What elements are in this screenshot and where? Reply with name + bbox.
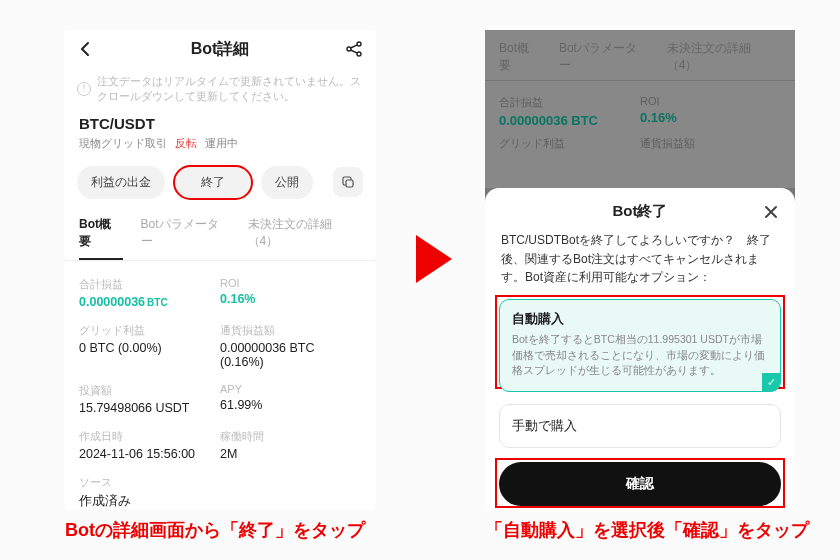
- pair-section: BTC/USDT 現物グリッド取引 反転 運用中: [65, 111, 375, 151]
- stat-label: ソース: [79, 475, 220, 490]
- option-manual-buy[interactable]: 手動で購入: [499, 404, 781, 448]
- runtime-value: 2M: [220, 447, 361, 461]
- end-bot-button[interactable]: 終了: [173, 165, 253, 200]
- chips-row: 現物グリッド取引 反転 運用中: [79, 136, 361, 151]
- withdraw-profit-button[interactable]: 利益の出金: [77, 166, 165, 199]
- info-banner: ! 注文データはリアルタイムで更新されていません。スクロールダウンして更新してく…: [65, 68, 375, 111]
- confirm-button[interactable]: 確認: [499, 462, 781, 506]
- svg-point-2: [357, 52, 361, 56]
- stat-label: ROI: [220, 277, 361, 289]
- chip-spot-grid: 現物グリッド取引: [79, 136, 167, 151]
- chip-reverse: 反転: [175, 136, 197, 151]
- check-icon: ✓: [762, 373, 780, 391]
- page-title: Bot詳細: [97, 39, 343, 60]
- roi-value: 0.16%: [220, 292, 361, 306]
- sheet-message: BTC/USDTBotを終了してよろしいですか？ 終了後、関連するBot注文はす…: [501, 231, 779, 287]
- trading-pair: BTC/USDT: [79, 115, 361, 132]
- svg-point-0: [347, 47, 351, 51]
- phone-end-sheet: Bot概要 Botパラメーター 未決注文の詳細（4） 合計損益0.0000003…: [485, 30, 795, 510]
- option-desc: Botを終了するとBTC相当の11.995301 USDTが市場価格で売却される…: [512, 332, 768, 379]
- apy-value: 61.99%: [220, 398, 361, 412]
- tab-pending-orders: 未決注文の詳細（4）: [667, 40, 781, 74]
- info-text: 注文データはリアルタイムで更新されていません。スクロールダウンして更新してくださ…: [97, 74, 363, 105]
- arrow-icon: [416, 235, 452, 283]
- bottom-sheet: Bot終了 BTC/USDTBotを終了してよろしいですか？ 終了後、関連するB…: [485, 188, 795, 510]
- copy-icon[interactable]: [333, 167, 363, 197]
- svg-rect-4: [346, 180, 353, 187]
- chip-running: 運用中: [205, 136, 238, 151]
- grid-profit-value: 0 BTC (0.00%): [79, 341, 220, 355]
- invest-value: 15.79498066 USDT: [79, 401, 220, 415]
- sheet-title: Bot終了: [499, 202, 781, 221]
- close-icon[interactable]: [761, 202, 781, 222]
- stat-label: 稼働時間: [220, 429, 361, 444]
- stat-label: APY: [220, 383, 361, 395]
- tabs: Bot概要 Botパラメーター 未決注文の詳細（4）: [65, 210, 375, 261]
- dim-stats: 合計損益0.00000036 BTC ROI0.16% グリッド利益 通貨損益額: [485, 81, 795, 188]
- quote-pl-value: 0.00000036 BTC (0.16%): [220, 341, 361, 369]
- stat-label: グリッド利益: [79, 323, 220, 338]
- phone-bot-detail: Bot詳細 ! 注文データはリアルタイムで更新されていません。スクロールダウンし…: [65, 30, 375, 510]
- caption-left: Botの詳細画面から「終了」をタップ: [65, 518, 395, 543]
- caption-right: 「自動購入」を選択後「確認」をタップ: [485, 518, 815, 543]
- stats-grid: 合計損益 0.00000036BTC ROI 0.16% グリッド利益 0 BT…: [65, 261, 375, 510]
- back-icon[interactable]: [75, 38, 97, 60]
- total-pl-value: 0.00000036BTC: [79, 295, 220, 309]
- dim-tabs: Bot概要 Botパラメーター 未決注文の詳細（4）: [485, 30, 795, 81]
- stat-label: 通貨損益額: [220, 323, 361, 338]
- tab-parameters: Botパラメーター: [559, 40, 649, 74]
- share-icon[interactable]: [343, 38, 365, 60]
- stat-label: 投資額: [79, 383, 220, 398]
- info-icon: !: [77, 82, 91, 96]
- tab-pending-orders[interactable]: 未決注文の詳細（4）: [248, 216, 361, 260]
- stat-label: 合計損益: [79, 277, 220, 292]
- tab-overview: Bot概要: [499, 40, 541, 74]
- svg-point-1: [357, 42, 361, 46]
- publish-button[interactable]: 公開: [261, 166, 313, 199]
- source-value: 作成済み: [79, 493, 220, 510]
- option-title: 自動購入: [512, 310, 768, 328]
- tab-overview[interactable]: Bot概要: [79, 216, 123, 260]
- created-value: 2024-11-06 15:56:00: [79, 447, 220, 461]
- option-auto-buy[interactable]: 自動購入 Botを終了するとBTC相当の11.995301 USDTが市場価格で…: [499, 299, 781, 392]
- tab-parameters[interactable]: Botパラメーター: [141, 216, 230, 260]
- stat-label: 作成日時: [79, 429, 220, 444]
- action-buttons: 利益の出金 終了 公開: [65, 151, 375, 210]
- header: Bot詳細: [65, 30, 375, 68]
